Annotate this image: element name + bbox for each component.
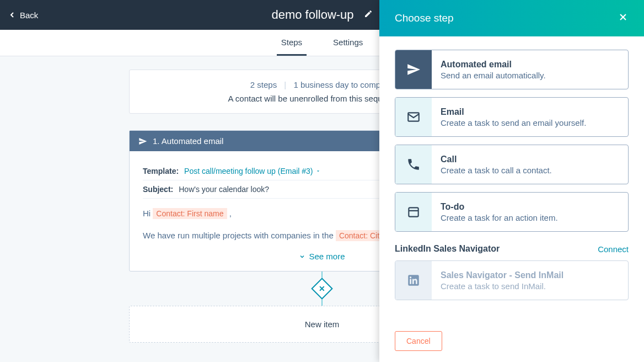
caret-down-icon [315, 168, 321, 174]
option-title: To-do [441, 202, 558, 212]
todo-icon [395, 193, 432, 231]
header-title-wrap: demo follow-up [271, 8, 372, 22]
panel-body: Automated email Send an email automatica… [379, 36, 644, 320]
panel-title: Choose step [395, 12, 454, 24]
new-item-label: New item [305, 320, 340, 329]
option-desc: Create a task for an action item. [441, 213, 558, 222]
tab-steps[interactable]: Steps [277, 30, 307, 56]
option-desc: Create a task to call a contact. [441, 166, 552, 175]
template-value: Post call/meeting follow up (Email #3) [184, 167, 313, 175]
paper-plane-icon [138, 137, 147, 146]
template-selector[interactable]: Post call/meeting follow up (Email #3) [184, 167, 320, 175]
step-heading: 1. Automated email [153, 136, 223, 146]
body-text: Hi [143, 209, 151, 218]
phone-icon [395, 145, 432, 184]
option-call[interactable]: Call Create a task to call a contact. [395, 145, 629, 184]
linkedin-icon [395, 261, 432, 300]
chevron-down-icon [299, 253, 305, 260]
page-title: demo follow-up [271, 8, 353, 22]
option-desc: Send an email automatically. [441, 71, 546, 80]
body-text: , [229, 209, 232, 218]
tab-steps-label: Steps [281, 38, 302, 47]
paper-plane-icon [395, 50, 432, 89]
see-more-label: See more [309, 252, 345, 261]
linkedin-label: LinkedIn Sales Navigator [395, 244, 500, 254]
panel-footer: Cancel [379, 320, 644, 362]
body-text: We have run multiple projects with compa… [143, 231, 334, 240]
option-todo[interactable]: To-do Create a task for an action item. [395, 192, 629, 232]
pencil-icon [364, 9, 373, 18]
remove-step-button[interactable]: ✕ [311, 278, 333, 300]
option-title: Automated email [441, 60, 546, 70]
chevron-left-icon [8, 10, 17, 19]
close-icon: ✕ [319, 284, 325, 293]
close-panel-button[interactable] [618, 12, 629, 25]
choose-step-panel: Choose step Automated email Send an emai… [379, 0, 644, 362]
linkedin-section-header: LinkedIn Sales Navigator Connect [395, 244, 629, 254]
summary-steps-count: 2 steps [250, 80, 277, 89]
linkedin-connect-link[interactable]: Connect [598, 244, 629, 254]
subject-value: How's your calendar look? [179, 185, 269, 194]
option-automated-email[interactable]: Automated email Send an email automatica… [395, 50, 629, 89]
back-button[interactable]: Back [8, 10, 38, 20]
panel-header: Choose step [379, 0, 644, 36]
back-label: Back [20, 10, 38, 20]
divider: | [284, 80, 286, 89]
option-title: Call [441, 155, 552, 164]
subject-label: Subject: [143, 185, 173, 194]
edit-title-button[interactable] [364, 9, 373, 20]
option-title: Sales Navigator - Send InMail [441, 270, 564, 280]
option-linkedin-inmail: Sales Navigator - Send InMail Create a t… [395, 260, 629, 300]
option-desc: Create a task to send an email yourself. [441, 118, 586, 127]
cancel-label: Cancel [406, 337, 431, 345]
token-first-name[interactable]: Contact: First name [153, 208, 227, 219]
close-icon [618, 12, 629, 23]
envelope-icon [395, 98, 432, 136]
option-email[interactable]: Email Create a task to send an email you… [395, 97, 629, 137]
svg-rect-3 [409, 207, 418, 216]
template-label: Template: [143, 167, 179, 175]
option-title: Email [441, 107, 586, 117]
cancel-button[interactable]: Cancel [395, 331, 442, 351]
option-desc: Create a task to send InMail. [441, 281, 564, 291]
tab-settings[interactable]: Settings [329, 30, 367, 56]
tab-settings-label: Settings [333, 38, 363, 47]
summary-duration: 1 business day to complete [293, 80, 394, 89]
